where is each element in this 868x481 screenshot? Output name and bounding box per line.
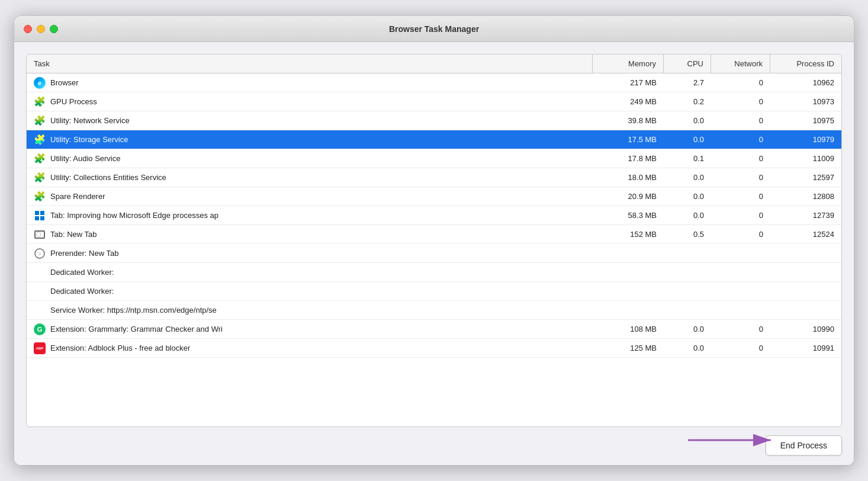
cpu-cell — [664, 270, 711, 275]
puzzle-icon: 🧩 — [34, 191, 46, 203]
task-name: Prerender: New Tab — [50, 249, 118, 258]
memory-cell: 18.0 MB — [593, 170, 664, 185]
table-row[interactable]: 🧩GPU Process249 MB0.2010973 — [27, 92, 841, 111]
network-cell — [711, 288, 770, 294]
memory-cell: 108 MB — [593, 322, 664, 336]
table-row[interactable]: 🧩Utility: Storage Service17.5 MB0.001097… — [27, 130, 841, 149]
empty-icon — [34, 267, 46, 278]
puzzle-icon: 🧩 — [34, 96, 46, 108]
table-row[interactable]: Dedicated Worker: — [27, 263, 841, 282]
network-cell: 0 — [711, 189, 770, 204]
col-memory[interactable]: Memory — [593, 54, 664, 73]
pid-cell: 10979 — [770, 132, 841, 147]
task-name: Utility: Network Service — [50, 116, 130, 125]
cpu-cell: 0.0 — [664, 208, 711, 223]
table-row[interactable]: ♭Prerender: New Tab — [27, 244, 841, 263]
abp-icon: ABP — [34, 342, 46, 354]
browser-task-manager-window: Browser Task Manager Task Memory CPU Net… — [14, 15, 854, 466]
pid-cell: 10990 — [770, 322, 841, 336]
pid-cell — [770, 270, 841, 275]
network-cell: 0 — [711, 322, 770, 336]
traffic-lights — [24, 25, 58, 33]
puzzle-icon: 🧩 — [34, 153, 46, 165]
table-row[interactable]: 🧩Utility: Audio Service17.8 MB0.1011009 — [27, 149, 841, 168]
pid-cell — [770, 288, 841, 294]
cpu-cell — [664, 251, 711, 256]
edge-icon: e — [34, 77, 46, 89]
pid-cell: 12597 — [770, 170, 841, 185]
pid-cell: 10975 — [770, 113, 841, 128]
task-name: Dedicated Worker: — [50, 287, 114, 296]
table-row[interactable]: Service Worker: https://ntp.msn.com/edge… — [27, 301, 841, 320]
network-cell: 0 — [711, 151, 770, 166]
bottom-bar: End Process — [26, 427, 842, 456]
memory-cell: 39.8 MB — [593, 113, 664, 128]
col-task[interactable]: Task — [27, 54, 593, 73]
col-pid[interactable]: Process ID — [770, 54, 841, 73]
empty-icon — [34, 304, 46, 316]
table-row[interactable]: 🧩Utility: Network Service39.8 MB0.001097… — [27, 111, 841, 130]
table-row[interactable]: GExtension: Grammarly: Grammar Checker a… — [27, 320, 841, 339]
cpu-cell: 0.0 — [664, 132, 711, 147]
pid-cell: 12524 — [770, 227, 841, 242]
pid-cell: 11009 — [770, 151, 841, 166]
pid-cell: 12739 — [770, 208, 841, 223]
task-table: Task Memory CPU Network Process ID eBrow… — [26, 54, 842, 427]
task-name: Spare Renderer — [50, 192, 105, 201]
cpu-cell: 0.2 — [664, 94, 711, 109]
tab-icon: ⃝ — [34, 229, 46, 240]
cpu-cell: 0.0 — [664, 170, 711, 185]
window-title: Browser Task Manager — [389, 24, 479, 34]
network-cell: 0 — [711, 132, 770, 147]
pid-cell — [770, 251, 841, 256]
network-cell: 0 — [711, 170, 770, 185]
table-header: Task Memory CPU Network Process ID — [27, 54, 841, 73]
pid-cell: 10973 — [770, 94, 841, 109]
cpu-cell — [664, 307, 711, 313]
task-name: Service Worker: https://ntp.msn.com/edge… — [50, 306, 217, 315]
memory-cell — [593, 251, 664, 256]
memory-cell — [593, 307, 664, 313]
title-bar: Browser Task Manager — [14, 16, 854, 42]
table-row[interactable]: Tab: Improving how Microsoft Edge proces… — [27, 206, 841, 225]
task-name: Utility: Storage Service — [50, 135, 128, 144]
memory-cell: 20.9 MB — [593, 189, 664, 204]
table-row[interactable]: ⃝Tab: New Tab152 MB0.5012524 — [27, 225, 841, 244]
table-row[interactable]: ABPExtension: Adblock Plus - free ad blo… — [27, 339, 841, 358]
network-cell: 0 — [711, 227, 770, 242]
table-row[interactable]: 🧩Utility: Collections Entities Service18… — [27, 168, 841, 187]
grammarly-icon: G — [34, 323, 46, 335]
table-row[interactable]: eBrowser217 MB2.7010962 — [27, 73, 841, 92]
network-cell: 0 — [711, 113, 770, 128]
col-network[interactable]: Network — [711, 54, 770, 73]
network-cell — [711, 251, 770, 256]
empty-icon — [34, 286, 46, 297]
task-name: GPU Process — [50, 97, 97, 106]
task-name: Browser — [50, 78, 79, 87]
table-body: eBrowser217 MB2.7010962🧩GPU Process249 M… — [27, 73, 841, 427]
memory-cell: 249 MB — [593, 94, 664, 109]
col-cpu[interactable]: CPU — [664, 54, 711, 73]
arrow-indicator — [688, 428, 783, 452]
memory-cell — [593, 288, 664, 294]
close-button[interactable] — [24, 25, 32, 33]
pid-cell: 12808 — [770, 189, 841, 204]
cpu-cell: 2.7 — [664, 75, 711, 90]
cpu-cell: 0.5 — [664, 227, 711, 242]
maximize-button[interactable] — [50, 25, 58, 33]
memory-cell: 17.8 MB — [593, 151, 664, 166]
window-content: Task Memory CPU Network Process ID eBrow… — [14, 42, 854, 465]
pid-cell — [770, 307, 841, 313]
cpu-cell: 0.0 — [664, 322, 711, 336]
minimize-button[interactable] — [37, 25, 45, 33]
cpu-cell: 0.0 — [664, 341, 711, 355]
puzzle-icon: 🧩 — [34, 172, 46, 184]
puzzle-icon: 🧩 — [34, 134, 46, 146]
network-cell: 0 — [711, 75, 770, 90]
task-name: Utility: Collections Entities Service — [50, 173, 166, 182]
table-row[interactable]: Dedicated Worker: — [27, 282, 841, 301]
network-cell: 0 — [711, 341, 770, 355]
table-row[interactable]: 🧩Spare Renderer20.9 MB0.0012808 — [27, 187, 841, 206]
memory-cell: 125 MB — [593, 341, 664, 355]
network-cell: 0 — [711, 94, 770, 109]
